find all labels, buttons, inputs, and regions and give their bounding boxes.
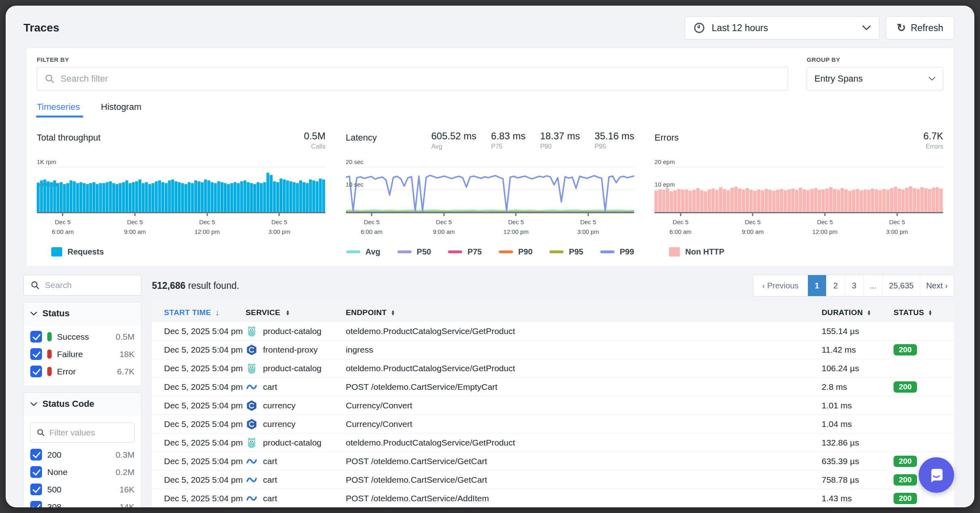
checkbox-checked[interactable]: [30, 484, 42, 495]
table-row[interactable]: Dec 5, 2025 5:04 pmcurrencyCurrency/Conv…: [152, 396, 954, 415]
cell-duration: 1.04 ms: [822, 419, 894, 429]
legend-item-avg[interactable]: Avg: [346, 247, 381, 256]
filter-search-input[interactable]: [61, 74, 780, 84]
errors-chart: Errors 6.7K Errors 20 epm 10 epm Dec 56:…: [654, 130, 943, 256]
legend-item-p90[interactable]: P90: [499, 247, 533, 256]
chevron-down-icon: [30, 311, 37, 316]
chevron-down-icon: [30, 402, 37, 406]
table-row[interactable]: Dec 5, 2025 5:04 pmcurrencyCurrency/Conv…: [152, 415, 954, 433]
sidebar-search-input[interactable]: [45, 280, 135, 290]
status-code-panel-header[interactable]: Status Code: [24, 393, 141, 415]
sidebar-search-box[interactable]: [23, 275, 141, 296]
throughput-plot[interactable]: 1K rpm 500 rpm: [37, 167, 326, 212]
status-code-filter-box[interactable]: [30, 423, 135, 443]
cell-duration: 155.14 µs: [822, 326, 894, 336]
checkbox-checked[interactable]: [30, 348, 42, 360]
filter-option-500[interactable]: 50016K: [30, 481, 135, 498]
cell-service: currency: [246, 399, 346, 412]
cell-endpoint: POST /oteldemo.CartService/AddItem: [346, 494, 822, 503]
checkbox-checked[interactable]: [30, 331, 42, 343]
column-header-status[interactable]: STATUS▲▼: [894, 308, 954, 317]
cell-start-time: Dec 5, 2025 5:04 pm: [152, 475, 246, 485]
table-row[interactable]: Dec 5, 2025 5:04 pmcartPOST /oteldemo.Ca…: [152, 471, 954, 489]
filter-search-box[interactable]: [37, 67, 788, 90]
legend-item-p75[interactable]: P75: [448, 247, 482, 256]
pagination-previous[interactable]: ‹ Previous: [753, 275, 808, 296]
column-header-duration[interactable]: DURATION▲▼: [822, 308, 894, 317]
errors-total: 6.7K Errors: [923, 130, 943, 150]
table-row[interactable]: Dec 5, 2025 5:04 pmcartPOST /oteldemo.Ca…: [152, 452, 954, 471]
search-icon: [44, 74, 55, 84]
x-axis-label: Dec 56:00 am: [361, 217, 383, 237]
x-axis-label: Dec 56:00 am: [670, 217, 692, 237]
cell-service: cart: [246, 492, 346, 505]
filter-option-error[interactable]: Error6.7K: [30, 363, 135, 380]
filter-option-count: 16K: [120, 485, 135, 494]
pagination-page-2[interactable]: 2: [826, 275, 845, 296]
dotnet-wave-icon: [246, 381, 258, 393]
latency-x-axis: [346, 212, 635, 213]
pagination-page-3[interactable]: 3: [845, 275, 863, 296]
traces-table: START TIME↓SERVICE▲▼ENDPOINT▲▼DURATION▲▼…: [152, 303, 954, 507]
chat-widget-button[interactable]: [919, 457, 954, 493]
table-row[interactable]: Dec 5, 2025 5:04 pmcartPOST /oteldemo.Ca…: [152, 378, 954, 396]
pagination: ‹ Previous123...25,635Next ›: [753, 275, 954, 296]
filter-option-308[interactable]: 30814K: [30, 498, 135, 507]
pagination-page-...[interactable]: ...: [863, 275, 883, 296]
latency-plot[interactable]: 20 sec 10 sec: [346, 167, 635, 212]
cell-start-time: Dec 5, 2025 5:04 pm: [152, 364, 246, 373]
filter-option-failure[interactable]: Failure18K: [30, 345, 135, 363]
cell-endpoint: POST /oteldemo.CartService/EmptyCart: [346, 382, 822, 392]
legend-item-non-http[interactable]: Non HTTP: [669, 247, 724, 256]
top-controls: Last 12 hours ↻ Refresh: [685, 16, 954, 40]
cell-endpoint: POST /oteldemo.CartService/GetCart: [346, 456, 822, 466]
group-by-label: GROUP BY: [807, 56, 943, 63]
table-row[interactable]: Dec 5, 2025 5:04 pmcartPOST /oteldemo.Ca…: [152, 489, 954, 507]
column-header-endpoint[interactable]: ENDPOINT▲▼: [346, 308, 822, 317]
refresh-icon: ↻: [897, 23, 906, 34]
errors-plot[interactable]: 20 epm 10 epm: [654, 167, 943, 212]
checkbox-checked[interactable]: [30, 366, 42, 377]
pagination-page-1[interactable]: 1: [808, 275, 826, 296]
cell-service: currency: [246, 418, 346, 430]
filter-option-label: Success: [57, 332, 89, 342]
table-row[interactable]: Dec 5, 2025 5:04 pmfrontend-proxyingress…: [152, 341, 954, 359]
legend-swatch: [346, 250, 360, 253]
legend-item-p50[interactable]: P50: [397, 247, 431, 256]
filter-option-count: 14K: [120, 502, 135, 508]
checkbox-checked[interactable]: [30, 501, 42, 507]
column-header-service[interactable]: SERVICE▲▼: [246, 308, 346, 317]
table-row[interactable]: Dec 5, 2025 5:04 pmproduct-catalogotelde…: [152, 359, 954, 378]
pagination-next[interactable]: Next ›: [920, 275, 954, 296]
x-axis-tick: [896, 213, 898, 216]
table-row[interactable]: Dec 5, 2025 5:04 pmproduct-catalogotelde…: [152, 322, 954, 341]
tab-timeseries[interactable]: Timeseries: [37, 102, 80, 118]
pagination-page-25,635[interactable]: 25,635: [882, 275, 919, 296]
checkbox-checked[interactable]: [30, 466, 42, 478]
legend-swatch: [549, 250, 564, 253]
group-by-select[interactable]: Entry Spans: [807, 67, 943, 90]
time-range-select[interactable]: Last 12 hours: [685, 16, 879, 40]
filter-option-count: 0.3M: [116, 450, 135, 460]
cell-service: cart: [246, 455, 346, 467]
cell-start-time: Dec 5, 2025 5:04 pm: [152, 494, 246, 503]
filter-option-none[interactable]: None0.2M: [30, 463, 135, 481]
traces-explorer-card: FILTER BY GROUP BY Entry Spans: [26, 48, 954, 267]
checkbox-checked[interactable]: [30, 449, 42, 460]
sort-desc-icon: ↓: [215, 308, 220, 317]
legend-swatch: [448, 250, 462, 253]
filter-option-success[interactable]: Success0.5M: [30, 328, 135, 345]
table-row[interactable]: Dec 5, 2025 5:04 pmproduct-catalogotelde…: [152, 433, 954, 452]
status-panel-header[interactable]: Status: [24, 303, 141, 325]
filter-option-200[interactable]: 2000.3M: [30, 446, 135, 463]
status-code-filter-input[interactable]: [49, 428, 128, 437]
column-header-time[interactable]: START TIME↓: [152, 308, 246, 317]
page-title: Traces: [23, 21, 59, 34]
tab-histogram[interactable]: Histogram: [101, 102, 141, 118]
filter-option-label: Failure: [57, 349, 83, 359]
refresh-button[interactable]: ↻ Refresh: [886, 16, 954, 40]
x-axis-label: Dec 59:00 am: [124, 217, 146, 237]
legend-item-p99[interactable]: P99: [600, 247, 634, 256]
legend-item-requests[interactable]: Requests: [51, 247, 104, 256]
legend-item-p95[interactable]: P95: [549, 247, 583, 256]
